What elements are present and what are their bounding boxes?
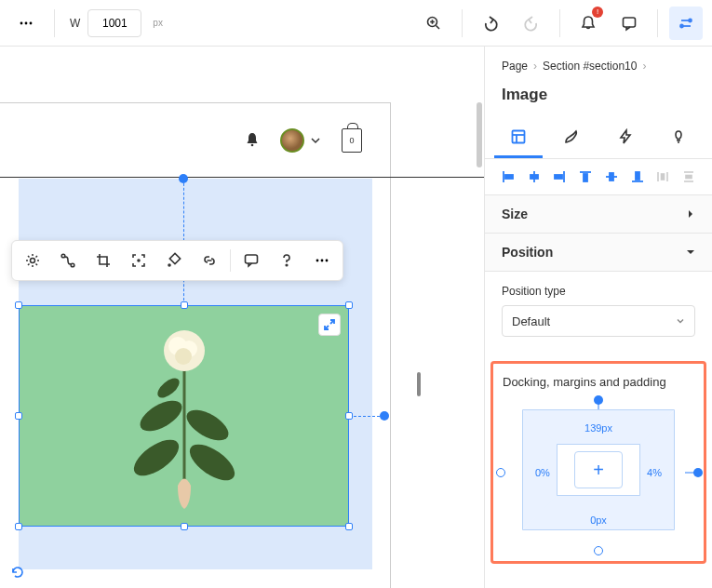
svg-rect-36: [512, 130, 524, 142]
breadcrumb: Page › Section #section10 ›: [485, 47, 712, 76]
resize-handle[interactable]: [15, 412, 22, 420]
crop-button[interactable]: [87, 244, 120, 277]
svg-point-34: [321, 260, 324, 262]
tab-effects[interactable]: [655, 117, 704, 158]
tab-layout[interactable]: [494, 117, 543, 158]
help-button[interactable]: [270, 244, 303, 277]
more-menu-button[interactable]: [9, 7, 43, 40]
resize-handle[interactable]: [345, 523, 353, 530]
svg-point-26: [61, 254, 65, 258]
comments-button[interactable]: [612, 7, 646, 40]
distribute-h-button[interactable]: [655, 168, 672, 185]
svg-point-18: [128, 434, 184, 483]
resize-handle[interactable]: [15, 301, 22, 309]
docking-title: Docking, margins and padding: [503, 375, 694, 389]
margin-top-value[interactable]: 139px: [584, 422, 612, 434]
align-right-button[interactable]: [552, 168, 569, 185]
position-toggle[interactable]: Position: [485, 234, 712, 271]
svg-point-11: [680, 24, 683, 27]
anchor-right[interactable]: [380, 411, 389, 421]
undo-button[interactable]: [474, 7, 507, 40]
pin-right[interactable]: [693, 468, 703, 477]
divider: [0, 177, 484, 178]
inspector-toggle-button[interactable]: [669, 7, 703, 40]
svg-rect-45: [555, 175, 562, 179]
divider: [559, 9, 560, 37]
padding-expand-button[interactable]: +: [574, 451, 623, 488]
svg-point-2: [30, 21, 33, 24]
tab-design[interactable]: [548, 117, 597, 158]
chevron-down-icon: [676, 316, 685, 326]
scroll-thumb[interactable]: [477, 102, 482, 167]
link-button[interactable]: [193, 244, 226, 277]
margin-bottom-value[interactable]: 0px: [590, 514, 607, 526]
docking-widget: 139px 4% 0px 0% +: [505, 400, 692, 544]
svg-rect-29: [169, 253, 180, 263]
position-section: Position: [485, 234, 712, 272]
size-label: Size: [502, 207, 528, 221]
align-center-h-button[interactable]: [526, 168, 543, 185]
svg-point-35: [326, 260, 329, 262]
resize-handle[interactable]: [181, 523, 188, 530]
cart-count: 0: [349, 136, 354, 145]
crumb-root[interactable]: Page: [502, 60, 528, 73]
expand-button[interactable]: [318, 314, 341, 336]
panel-tabs: [485, 117, 712, 159]
more-button[interactable]: [305, 244, 339, 277]
align-bottom-button[interactable]: [629, 168, 646, 185]
size-toggle[interactable]: Size: [485, 195, 712, 233]
svg-point-24: [175, 348, 192, 365]
svg-point-1: [25, 21, 28, 24]
caret-down-icon: [686, 247, 695, 257]
zoom-in-button[interactable]: [417, 7, 450, 40]
path-button[interactable]: [51, 244, 85, 277]
width-label: W: [70, 17, 80, 30]
resize-handle[interactable]: [345, 301, 353, 309]
svg-rect-54: [662, 174, 665, 180]
svg-point-17: [181, 404, 233, 447]
svg-point-32: [286, 264, 288, 266]
redo-button[interactable]: [515, 7, 548, 40]
comment-button[interactable]: [235, 244, 268, 277]
bell-icon[interactable]: [245, 132, 260, 149]
svg-rect-43: [531, 175, 538, 179]
reset-button[interactable]: [7, 562, 28, 582]
svg-rect-47: [584, 174, 587, 181]
scrollbar[interactable]: [475, 102, 484, 568]
align-top-button[interactable]: [577, 168, 594, 185]
margin-right-value[interactable]: 4%: [647, 467, 662, 478]
site-header: 0: [0, 103, 390, 178]
crumb-section[interactable]: Section #section10: [543, 60, 637, 73]
margin-left-value[interactable]: 0%: [535, 467, 550, 478]
pin-bottom[interactable]: [594, 546, 603, 555]
align-left-button[interactable]: [500, 168, 517, 185]
animation-button[interactable]: [157, 244, 191, 277]
selected-image[interactable]: [19, 305, 349, 527]
notifications-button[interactable]: [571, 7, 605, 40]
align-center-v-button[interactable]: [603, 168, 620, 185]
svg-point-30: [168, 264, 170, 266]
width-input[interactable]: [87, 9, 141, 37]
svg-rect-31: [246, 255, 258, 263]
svg-point-9: [689, 19, 692, 21]
size-section: Size: [485, 195, 712, 234]
account-menu[interactable]: [280, 128, 321, 153]
anchor-top[interactable]: [179, 174, 188, 183]
position-body: Position type Default: [485, 272, 712, 354]
position-type-label: Position type: [502, 285, 695, 298]
pin-left[interactable]: [496, 468, 505, 477]
position-type-select[interactable]: Default: [502, 305, 695, 337]
settings-button[interactable]: [16, 244, 49, 277]
pin-line: [685, 472, 694, 473]
svg-point-25: [31, 259, 35, 263]
cart-icon[interactable]: 0: [342, 128, 362, 153]
svg-point-27: [71, 263, 74, 267]
resize-handle[interactable]: [15, 523, 22, 530]
resize-handle[interactable]: [345, 412, 353, 420]
focus-button[interactable]: [122, 244, 155, 277]
svg-rect-41: [505, 175, 513, 179]
svg-rect-57: [686, 176, 692, 179]
distribute-v-button[interactable]: [680, 168, 697, 185]
tab-interactions[interactable]: [601, 117, 650, 158]
resize-handle[interactable]: [181, 301, 188, 309]
